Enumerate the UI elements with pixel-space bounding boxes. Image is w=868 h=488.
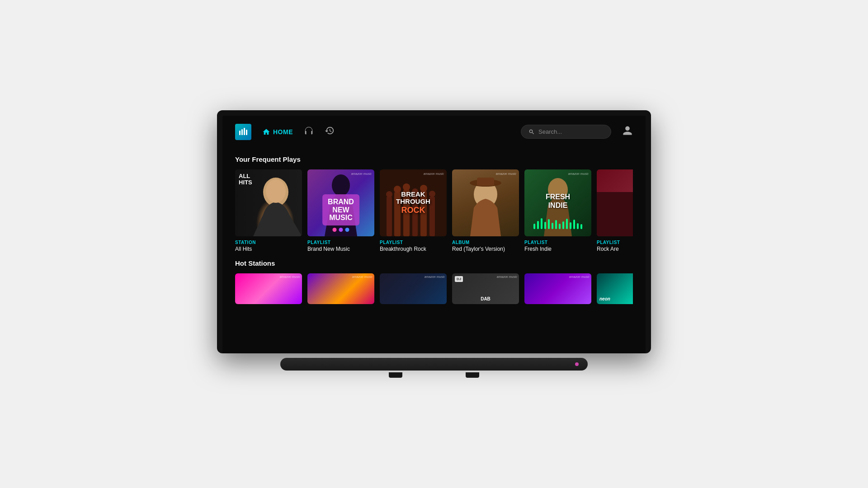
frequent-plays-title: Your Frequent Plays xyxy=(235,155,633,163)
svg-rect-1 xyxy=(241,129,243,135)
user-icon[interactable] xyxy=(622,125,633,138)
svg-rect-3 xyxy=(246,130,247,135)
card-thumbnail: amazon music xyxy=(380,169,447,236)
soundbar xyxy=(280,358,588,371)
svg-rect-28 xyxy=(552,223,553,229)
svg-rect-34 xyxy=(573,220,575,229)
navigation: HOME Search... xyxy=(222,116,646,148)
home-label: HOME xyxy=(273,128,293,136)
svg-point-13 xyxy=(386,191,392,197)
card-thumbnail: amazon music xyxy=(452,169,519,236)
list-item[interactable]: amazon music xyxy=(380,169,447,252)
list-item[interactable]: amazon music xyxy=(307,273,374,304)
soundbar-feet xyxy=(389,372,479,378)
hot-stations-row: amazon music amazon music amazon music a… xyxy=(235,273,633,304)
svg-point-15 xyxy=(403,183,410,191)
card-thumbnail: amazon music xyxy=(524,169,591,236)
list-item[interactable]: amazon music BRANDNEWMUSIC xyxy=(307,169,374,252)
tv-frame: HOME Search... xyxy=(217,110,651,354)
list-item[interactable]: PLAYLIST Rock Are xyxy=(597,169,633,252)
svg-rect-0 xyxy=(239,131,241,135)
home-icon xyxy=(262,128,270,136)
list-item[interactable]: amazon music xyxy=(524,273,591,304)
svg-rect-35 xyxy=(577,223,579,229)
svg-rect-32 xyxy=(566,219,568,229)
search-bar[interactable]: Search... xyxy=(521,125,611,139)
hot-stations-title: Hot Stations xyxy=(235,259,633,267)
svg-rect-31 xyxy=(562,221,564,229)
card-thumbnail: amazon music ALLHITS xyxy=(235,169,302,236)
list-item[interactable]: amazon music ALBUM xyxy=(452,169,519,252)
svg-rect-30 xyxy=(559,224,561,229)
svg-rect-33 xyxy=(570,222,571,229)
list-item[interactable]: amazon music xyxy=(380,273,447,304)
search-placeholder: Search... xyxy=(538,128,562,135)
headphones-icon[interactable] xyxy=(304,126,314,138)
svg-rect-37 xyxy=(597,192,633,236)
svg-rect-29 xyxy=(555,220,557,229)
svg-rect-23 xyxy=(533,224,535,229)
svg-rect-36 xyxy=(580,224,582,229)
nav-home-item[interactable]: HOME xyxy=(262,128,293,136)
svg-rect-7 xyxy=(387,197,392,236)
svg-rect-24 xyxy=(537,221,539,229)
list-item[interactable]: amazon music xyxy=(524,169,591,252)
list-item[interactable]: neon xyxy=(597,273,633,304)
card-thumbnail: amazon music BRANDNEWMUSIC xyxy=(307,169,374,236)
history-icon[interactable] xyxy=(325,126,335,138)
svg-rect-25 xyxy=(541,218,542,229)
svg-rect-21 xyxy=(477,178,494,186)
svg-rect-27 xyxy=(548,219,550,229)
list-item[interactable]: amazon music ALLHITS xyxy=(235,169,302,252)
svg-point-5 xyxy=(266,179,286,203)
svg-rect-2 xyxy=(244,128,245,135)
frequent-plays-row: amazon music ALLHITS xyxy=(235,169,633,252)
list-item[interactable]: amazon music DJ DAB xyxy=(452,273,519,304)
tv-screen: HOME Search... xyxy=(222,116,646,354)
card-thumbnail xyxy=(597,169,633,236)
search-icon xyxy=(528,129,535,135)
soundbar-indicator xyxy=(575,362,579,366)
svg-rect-26 xyxy=(544,222,546,229)
app-logo xyxy=(235,124,251,140)
main-content: Your Frequent Plays amazon music ALLHITS xyxy=(222,148,646,311)
list-item[interactable]: amazon music xyxy=(235,273,302,304)
